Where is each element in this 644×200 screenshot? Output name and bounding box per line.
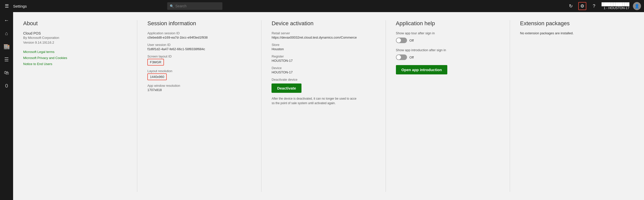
user-info: ████████████ 1 - HOUSTON-17 bbox=[601, 2, 629, 10]
about-title: About bbox=[23, 20, 127, 27]
device-value: HOUSTON-17 bbox=[272, 70, 375, 74]
tour-toggle-row: Off bbox=[396, 38, 500, 43]
search-wrapper: 🔍 bbox=[167, 2, 298, 10]
app-help-section: Application help Show app tour after sig… bbox=[396, 20, 510, 192]
sidebar: ← ⌂ 🏬 ☰ 🛍 0 bbox=[0, 12, 13, 200]
sidebar-item-store[interactable]: 🏬 bbox=[0, 40, 13, 52]
device-title: Device activation bbox=[272, 20, 375, 27]
screen-layout-label: Screen layout ID bbox=[147, 54, 251, 58]
app-window-label: App window resolution bbox=[147, 84, 251, 88]
divider-1 bbox=[137, 20, 137, 192]
divider-4 bbox=[510, 20, 510, 192]
intro-status: Off bbox=[410, 55, 414, 59]
bag-icon: 🛍 bbox=[4, 70, 9, 76]
register-value: HOUSTON-17 bbox=[272, 59, 375, 63]
app-by: By Microsoft Corporation bbox=[23, 36, 127, 40]
app-version: Version 9.14.19116.2 bbox=[23, 41, 127, 44]
tour-status: Off bbox=[410, 39, 414, 42]
back-icon: ← bbox=[4, 17, 9, 23]
store-label: Store bbox=[272, 43, 375, 47]
deactivate-note: After the device is deactivated, it can … bbox=[272, 96, 357, 105]
open-app-intro-button[interactable]: Open app introduction bbox=[396, 65, 448, 74]
retail-server-label: Retail server bbox=[272, 31, 375, 35]
sidebar-item-home[interactable]: ⌂ bbox=[0, 27, 13, 39]
avatar[interactable]: 👤 bbox=[633, 2, 641, 10]
menu-icon: ☰ bbox=[4, 56, 9, 63]
search-input[interactable] bbox=[167, 2, 222, 10]
session-section: Session information Application session … bbox=[147, 20, 261, 192]
device-section: Device activation Retail server https://… bbox=[272, 20, 385, 192]
user-location: 1 - HOUSTON-17 bbox=[601, 6, 629, 10]
search-icon: 🔍 bbox=[170, 4, 174, 8]
app-help-title: Application help bbox=[396, 20, 500, 27]
legal-terms-link[interactable]: Microsoft Legal terms bbox=[23, 50, 54, 54]
session-title: Session information bbox=[147, 20, 251, 27]
divider-3 bbox=[386, 20, 386, 192]
help-button[interactable]: ? bbox=[590, 2, 598, 10]
retail-server-value: https://devax00032ret.cloud.test.dynamic… bbox=[272, 36, 375, 39]
deactivate-button[interactable]: Deactivate bbox=[272, 83, 301, 93]
no-extensions-text: No extension packages are installed. bbox=[520, 31, 624, 35]
layout-resolution-label: Layout resolution bbox=[147, 69, 251, 73]
notice-end-users-link[interactable]: Notice to End Users bbox=[23, 62, 52, 66]
user-session-label: User session ID bbox=[147, 43, 251, 47]
extensions-title: Extension packages bbox=[520, 20, 624, 27]
topbar: ☰ Settings 🔍 ↻ ⚙ ? ████████████ 1 - HOUS… bbox=[0, 0, 644, 12]
sidebar-item-menu[interactable]: ☰ bbox=[0, 53, 13, 66]
device-label: Device bbox=[272, 66, 375, 70]
app-name: Cloud POS bbox=[23, 31, 127, 35]
sidebar-item-bag[interactable]: 🛍 bbox=[0, 67, 13, 79]
tour-toggle[interactable] bbox=[396, 38, 407, 43]
store-value: Houston bbox=[272, 47, 375, 51]
layout-resolution-box: 1440x960 bbox=[147, 73, 167, 80]
help-icon: ? bbox=[593, 4, 595, 9]
app-session-label: Application session ID bbox=[147, 31, 251, 35]
privacy-cookies-link[interactable]: Microsoft Privacy and Cookies bbox=[23, 56, 67, 60]
intro-label: Show app introduction after sign in bbox=[396, 48, 500, 52]
avatar-icon: 👤 bbox=[634, 4, 639, 9]
refresh-icon: ↻ bbox=[569, 3, 573, 9]
main-layout: ← ⌂ 🏬 ☰ 🛍 0 About Cloud POS By Microsoft… bbox=[0, 12, 644, 200]
register-label: Register bbox=[272, 54, 375, 58]
content-area: About Cloud POS By Microsoft Corporation… bbox=[13, 12, 644, 200]
store-icon: 🏬 bbox=[4, 43, 10, 49]
intro-toggle-row: Off bbox=[396, 54, 500, 60]
deactivate-label: Deactivate device bbox=[272, 78, 375, 81]
topbar-right: ↻ ⚙ ? ████████████ 1 - HOUSTON-17 👤 bbox=[567, 2, 641, 10]
refresh-button[interactable]: ↻ bbox=[567, 2, 575, 10]
tour-label: Show app tour after sign in bbox=[396, 31, 500, 35]
screen-layout-box: F3MGR bbox=[147, 59, 164, 66]
gear-icon: ⚙ bbox=[580, 3, 584, 9]
app-session-value: c0ebedd8-e169-ea7d-1bcc-e94f3ed1f938 bbox=[147, 36, 251, 39]
divider-2 bbox=[261, 20, 261, 192]
hamburger-menu-icon[interactable]: ☰ bbox=[3, 3, 11, 9]
screen-layout-value: F3MGR bbox=[150, 60, 161, 64]
settings-button[interactable]: ⚙ bbox=[578, 2, 586, 10]
sidebar-item-zero[interactable]: 0 bbox=[0, 80, 13, 92]
sidebar-item-back[interactable]: ← bbox=[0, 14, 13, 26]
layout-resolution-value: 1440x960 bbox=[150, 75, 164, 79]
about-section: About Cloud POS By Microsoft Corporation… bbox=[23, 20, 137, 192]
extensions-section: Extension packages No extension packages… bbox=[520, 20, 634, 192]
home-icon: ⌂ bbox=[5, 31, 8, 36]
app-title: Settings bbox=[13, 4, 27, 8]
user-session-value: f1d6f1d2-4a47-fe62-66c1-58f8338f684c bbox=[147, 47, 251, 51]
zero-label: 0 bbox=[5, 83, 8, 89]
app-window-value: 1707x818 bbox=[147, 88, 251, 92]
intro-toggle[interactable] bbox=[396, 54, 407, 60]
user-name: ████████████ bbox=[601, 2, 629, 6]
